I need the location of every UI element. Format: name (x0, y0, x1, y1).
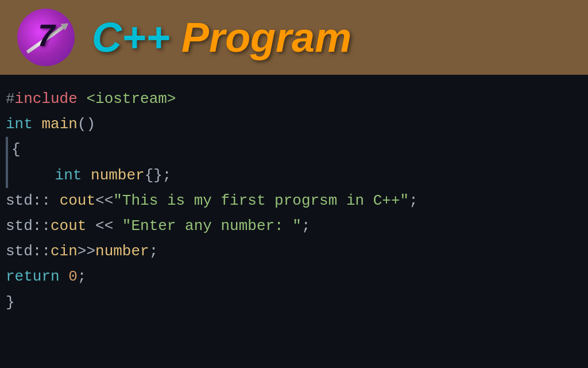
int-keyword-2: int (55, 167, 82, 184)
open-brace: { (11, 141, 21, 158)
code-line-2: int main() (6, 112, 577, 137)
semicolon-4: ; (78, 268, 87, 285)
cout-keyword-2: cout (51, 217, 86, 235)
code-area: #include <iostream> int main() { int num… (0, 75, 588, 368)
std-keyword: std:: (6, 192, 51, 209)
main-function: main (41, 116, 77, 133)
header: 7 C++ Program (0, 0, 588, 75)
semicolon: ; (409, 192, 418, 209)
indent-bar (6, 163, 8, 188)
int-keyword: int (6, 116, 33, 133)
return-keyword: return (6, 268, 60, 285)
shift-op: << (95, 192, 113, 209)
std-keyword-2: std:: (6, 217, 51, 235)
include-keyword: include (15, 90, 78, 108)
code-line-7: std::cin>>number; (6, 239, 577, 264)
space-ops: << (95, 217, 122, 235)
code-line-9: } (6, 290, 577, 315)
number-var-2: number (95, 243, 149, 260)
iostream-header: <iostream> (86, 90, 176, 108)
close-brace: } (6, 294, 15, 311)
code-line-4: int number{}; (6, 163, 577, 188)
std-keyword-3: std:: (6, 243, 51, 260)
semicolon-3: ; (149, 243, 158, 260)
string-literal-1: "This is my first progrsm in C++" (113, 192, 409, 209)
semicolon-2: ; (301, 217, 311, 235)
parens: () (78, 116, 95, 133)
number-var: number (91, 167, 145, 184)
cin-keyword: cin (51, 243, 78, 260)
code-line-3: { (6, 137, 577, 162)
cpp-title: C++ (92, 14, 170, 61)
logo-number: 7 (36, 19, 56, 56)
cout-keyword: cout (60, 192, 95, 209)
zero-value: 0 (68, 268, 78, 285)
indent-bar (6, 137, 8, 162)
program-title: Program (181, 14, 351, 61)
code-line-5: std:: cout<<"This is my first progrsm in… (6, 188, 577, 213)
code-line-6: std::cout << "Enter any number: "; (6, 213, 577, 239)
braces-semi: {}; (145, 167, 172, 184)
hash-symbol: # (6, 90, 15, 108)
logo-circle: 7 (17, 9, 75, 66)
string-literal-2: "Enter any number: " (122, 217, 301, 235)
code-line-8: return 0; (6, 264, 577, 289)
extract-op: >> (78, 243, 95, 260)
header-title: C++ Program (92, 14, 351, 61)
code-line-1: #include <iostream> (6, 86, 577, 112)
